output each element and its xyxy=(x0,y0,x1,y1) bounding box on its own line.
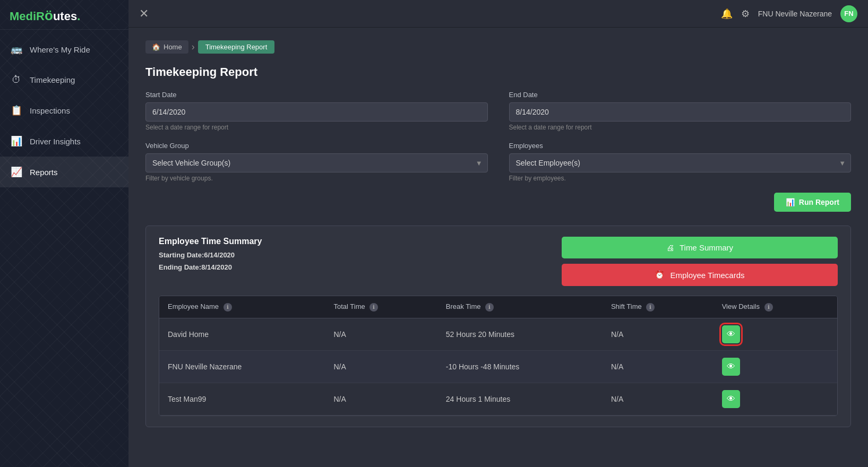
employee-name-info-icon[interactable]: ℹ xyxy=(224,303,232,312)
employee-timecards-label: Employee Timecards xyxy=(670,271,744,280)
employees-group: Employees Select Employee(s) ▼ Filter by… xyxy=(509,142,852,182)
start-date-input[interactable] xyxy=(145,102,488,122)
cell-total-time: N/A xyxy=(325,318,437,350)
time-summary-label: Time Summary xyxy=(680,243,733,252)
sidebar-navigation: 🚌 Where's My Ride ⏱ Timekeeping 📋 Inspec… xyxy=(0,30,128,187)
cell-view-details: 👁 xyxy=(714,350,837,383)
breadcrumb: 🏠 Home › Timekeeping Report xyxy=(145,40,851,54)
col-shift-time: Shift Time ℹ xyxy=(603,296,714,318)
main-panel: ✕ 🔔 ⚙ FNU Neville Nazerane FN 🏠 Home › T… xyxy=(128,0,868,467)
sidebar-item-label: Inspections xyxy=(30,106,70,115)
employee-timecards-button[interactable]: ⏰ Employee Timecards xyxy=(562,264,838,286)
settings-icon[interactable]: ⚙ xyxy=(741,8,750,20)
starting-value: 6/14/2020 xyxy=(204,251,235,259)
topbar: ✕ 🔔 ⚙ FNU Neville Nazerane FN xyxy=(128,0,868,28)
employees-select[interactable]: Select Employee(s) xyxy=(509,153,852,172)
shift-time-info-icon[interactable]: ℹ xyxy=(646,303,655,312)
summary-info: Employee Time Summary Starting Date:6/14… xyxy=(159,237,262,274)
table-row: FNU Neville NazeraneN/A-10 Hours -48 Min… xyxy=(159,350,837,383)
start-date-group: Start Date Select a date range for repor… xyxy=(145,91,488,131)
run-report-icon: 📊 xyxy=(786,198,795,206)
sidebar-item-timekeeping[interactable]: ⏱ Timekeeping xyxy=(0,65,128,95)
cell-shift-time: N/A xyxy=(603,383,714,415)
cell-employee-name: Test Man99 xyxy=(159,383,325,415)
sidebar-item-label: Timekeeping xyxy=(30,75,75,84)
cell-view-details: 👁 xyxy=(714,318,837,350)
breadcrumb-home[interactable]: 🏠 Home xyxy=(145,40,188,54)
sidebar-item-inspections[interactable]: 📋 Inspections xyxy=(0,95,128,126)
vehicle-group-group: Vehicle Group Select Vehicle Group(s) ▼ … xyxy=(145,142,488,182)
run-report-button[interactable]: 📊 Run Report xyxy=(774,193,851,212)
vehicle-group-select[interactable]: Select Vehicle Group(s) xyxy=(145,153,488,172)
end-date-group: End Date Select a date range for report xyxy=(509,91,852,131)
ending-label: Ending Date: xyxy=(159,263,201,271)
logo-outes: utes xyxy=(53,10,77,23)
breadcrumb-home-label: Home xyxy=(164,43,182,51)
table-row: David HomeN/A52 Hours 20 MinutesN/A👁 xyxy=(159,318,837,350)
avatar: FN xyxy=(840,5,857,22)
page-title: Timekeeping Report xyxy=(145,65,851,79)
breadcrumb-current: Timekeeping Report xyxy=(198,40,275,54)
eye-icon: 👁 xyxy=(727,394,735,404)
view-details-button[interactable]: 👁 xyxy=(722,358,740,376)
sidebar-item-label: Driver Insights xyxy=(30,137,81,146)
time-summary-button[interactable]: 🖨 Time Summary xyxy=(562,237,838,258)
close-button[interactable]: ✕ xyxy=(139,8,149,20)
driver-insights-icon: 📊 xyxy=(11,135,22,147)
summary-dates: Starting Date:6/14/2020 Ending Date:8/14… xyxy=(159,249,262,274)
app-logo: MediRöutes. xyxy=(0,0,128,30)
run-report-label: Run Report xyxy=(799,198,839,206)
sidebar-item-wheres-my-ride[interactable]: 🚌 Where's My Ride xyxy=(0,34,128,65)
cell-shift-time: N/A xyxy=(603,318,714,350)
cell-view-details: 👁 xyxy=(714,383,837,415)
view-details-button[interactable]: 👁 xyxy=(722,325,740,343)
col-break-time: Break Time ℹ xyxy=(437,296,603,318)
sidebar-item-label: Reports xyxy=(30,168,58,177)
start-date-label: Start Date xyxy=(145,91,488,99)
home-icon: 🏠 xyxy=(152,43,160,51)
cell-shift-time: N/A xyxy=(603,350,714,383)
eye-icon: 👁 xyxy=(727,330,735,339)
summary-header: Employee Time Summary Starting Date:6/14… xyxy=(159,237,838,286)
col-employee-name: Employee Name ℹ xyxy=(159,296,325,318)
view-details-button[interactable]: 👁 xyxy=(722,390,740,408)
col-view-details: View Details ℹ xyxy=(714,296,837,318)
cell-employee-name: David Home xyxy=(159,318,325,350)
report-form: Start Date Select a date range for repor… xyxy=(145,91,851,182)
user-name: FNU Neville Nazerane xyxy=(758,10,832,18)
cell-total-time: N/A xyxy=(325,383,437,415)
summary-title: Employee Time Summary xyxy=(159,237,262,246)
total-time-info-icon[interactable]: ℹ xyxy=(369,303,378,312)
ending-value: 8/14/2020 xyxy=(201,263,232,271)
employee-table: Employee Name ℹ Total Time ℹ Break Time … xyxy=(159,296,837,416)
reports-icon: 📈 xyxy=(11,166,22,178)
cell-break-time: -10 Hours -48 Minutes xyxy=(437,350,603,383)
vehicle-group-label: Vehicle Group xyxy=(145,142,488,150)
end-date-input[interactable] xyxy=(509,102,852,122)
timekeeping-icon: ⏱ xyxy=(11,74,22,85)
employee-table-container: Employee Name ℹ Total Time ℹ Break Time … xyxy=(159,296,838,416)
cell-total-time: N/A xyxy=(325,350,437,383)
eye-icon: 👁 xyxy=(727,362,735,371)
topbar-left: ✕ xyxy=(139,8,149,20)
logo-dot: ö xyxy=(45,7,53,23)
employees-label: Employees xyxy=(509,142,852,150)
cell-employee-name: FNU Neville Nazerane xyxy=(159,350,325,383)
notification-icon[interactable]: 🔔 xyxy=(721,8,733,20)
break-time-info-icon[interactable]: ℹ xyxy=(485,303,494,312)
view-details-info-icon[interactable]: ℹ xyxy=(764,303,773,312)
sidebar-item-driver-insights[interactable]: 📊 Driver Insights xyxy=(0,126,128,157)
logo-medi: MediR xyxy=(10,10,45,23)
col-total-time: Total Time ℹ xyxy=(325,296,437,318)
starting-label: Starting Date: xyxy=(159,251,204,259)
sidebar-item-label: Where's My Ride xyxy=(30,45,90,54)
inspections-icon: 📋 xyxy=(11,105,22,116)
cell-break-time: 24 Hours 1 Minutes xyxy=(437,383,603,415)
topbar-right: 🔔 ⚙ FNU Neville Nazerane FN xyxy=(721,5,857,22)
sidebar: MediRöutes. 🚌 Where's My Ride ⏱ Timekeep… xyxy=(0,0,128,467)
table-row: Test Man99N/A24 Hours 1 MinutesN/A👁 xyxy=(159,383,837,415)
sidebar-item-reports[interactable]: 📈 Reports xyxy=(0,157,128,187)
clock-icon: ⏰ xyxy=(655,270,665,280)
breadcrumb-separator: › xyxy=(192,41,195,53)
start-date-hint: Select a date range for report xyxy=(145,124,488,131)
